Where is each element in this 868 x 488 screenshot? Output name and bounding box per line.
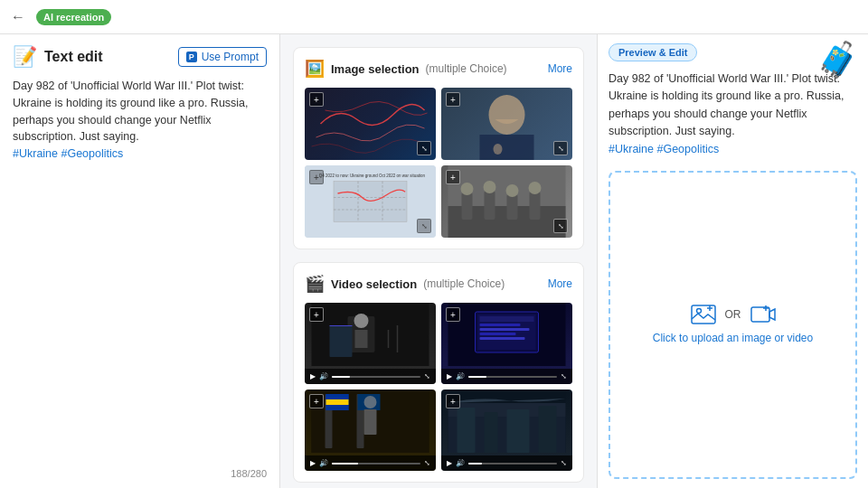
image-4-expand[interactable]: ⤡: [553, 219, 568, 233]
image-1-add[interactable]: +: [309, 92, 324, 107]
video-section-header: 🎬 Video selection (multiple Choice) More: [305, 274, 572, 294]
video-1-play[interactable]: ▶: [310, 372, 316, 380]
video-4-add[interactable]: +: [446, 394, 460, 408]
image-selection-section: 🖼️ Image selection (multiple Choice) Mor…: [293, 47, 584, 249]
svg-rect-11: [530, 192, 541, 220]
video-4-play[interactable]: ▶: [447, 459, 452, 467]
svg-rect-25: [480, 316, 534, 322]
image-1-expand[interactable]: ⤡: [417, 141, 431, 155]
svg-rect-45: [485, 412, 498, 453]
video-1-controls: ▶ 🔊 ⤡: [305, 369, 436, 384]
video-3-expand[interactable]: ⤡: [424, 459, 430, 467]
video-more-button[interactable]: More: [548, 277, 572, 290]
svg-point-18: [354, 314, 369, 328]
image-more-button[interactable]: More: [548, 62, 572, 75]
use-prompt-button[interactable]: P Use Prompt: [178, 47, 267, 67]
video-2-volume[interactable]: 🔊: [456, 372, 465, 380]
video-2-expand[interactable]: ⤡: [561, 372, 567, 380]
svg-rect-27: [480, 328, 530, 331]
use-prompt-label: Use Prompt: [202, 51, 259, 63]
video-grid: + ▶ 🔊 ⤡: [305, 303, 572, 471]
video-thumb-4[interactable]: + ▶ 🔊 ⤡: [441, 389, 572, 471]
right-panel: Preview & Edit 🧳 Day 982 of 'Unofficial …: [597, 34, 868, 488]
text-edit-icon: 📝: [13, 45, 37, 69]
svg-point-0: [489, 95, 525, 135]
video-selection-section: 🎬 Video selection (multiple Choice) More: [293, 262, 584, 483]
image-section-subtitle: (multiple Choice): [426, 62, 507, 75]
image-thumb-3[interactable]: Q4 2022 to now: Ukraine ground Oct 2022 …: [305, 165, 436, 238]
image-2-expand[interactable]: ⤡: [553, 141, 568, 155]
video-section-icon: 🎬: [305, 274, 325, 294]
svg-rect-29: [480, 337, 525, 340]
image-3-expand[interactable]: ⤡: [417, 219, 431, 233]
ai-badge: AI recreation: [36, 9, 111, 25]
svg-point-2: [494, 144, 503, 155]
image-2-add[interactable]: +: [446, 92, 460, 107]
image-thumb-2[interactable]: + ⤡: [441, 88, 572, 160]
preview-hashtags: #Ukraine #Geopolitics: [609, 143, 719, 155]
luggage-icon: 🧳: [816, 40, 859, 80]
svg-rect-34: [326, 394, 349, 399]
upload-video-icon: [750, 305, 776, 324]
svg-point-12: [461, 183, 474, 195]
svg-point-14: [506, 184, 519, 197]
video-4-progress[interactable]: [468, 463, 557, 465]
svg-rect-46: [507, 409, 530, 453]
panel-title: Text edit: [44, 49, 103, 65]
svg-point-39: [364, 396, 377, 408]
image-3-add[interactable]: +: [309, 170, 324, 184]
svg-point-13: [484, 181, 496, 193]
post-text-content[interactable]: Day 982 of 'Unofficial World War III.' P…: [13, 78, 267, 477]
video-2-progress[interactable]: [468, 376, 557, 378]
preview-badge: Preview & Edit: [609, 43, 697, 61]
video-thumb-2[interactable]: + ▶ 🔊 ⤡: [441, 303, 572, 384]
svg-rect-21: [330, 325, 353, 326]
prompt-icon: P: [186, 52, 197, 62]
video-1-progress[interactable]: [332, 376, 420, 378]
upload-image-icon: [691, 305, 716, 324]
svg-point-15: [529, 182, 542, 194]
panel-header: 📝 Text edit P Use Prompt: [13, 45, 267, 69]
video-1-expand[interactable]: ⤡: [424, 372, 430, 380]
image-4-add[interactable]: +: [446, 170, 460, 184]
video-thumb-3[interactable]: + ▶ 🔊 ⤡: [305, 389, 436, 471]
image-grid: + ⤡ + ⤡: [305, 88, 572, 238]
video-3-controls: ▶ 🔊 ⤡: [305, 455, 436, 471]
video-4-volume[interactable]: 🔊: [456, 459, 465, 467]
svg-rect-10: [507, 194, 518, 220]
upload-area[interactable]: OR Click to upload an image or video: [609, 171, 857, 479]
svg-text:Q4 2022 to now: Ukraine ground: Q4 2022 to now: Ukraine ground Oct 2022 …: [319, 174, 426, 178]
svg-rect-35: [326, 399, 349, 405]
video-thumb-1[interactable]: + ▶ 🔊 ⤡: [305, 303, 436, 384]
svg-rect-26: [480, 324, 521, 326]
video-section-title: Video selection: [331, 277, 417, 291]
svg-rect-9: [485, 191, 495, 220]
svg-rect-28: [480, 333, 516, 335]
video-3-play[interactable]: ▶: [310, 459, 316, 467]
video-4-controls: ▶ 🔊 ⤡: [441, 455, 572, 471]
svg-rect-47: [539, 406, 557, 453]
video-4-expand[interactable]: ⤡: [561, 459, 567, 467]
svg-point-49: [696, 309, 701, 314]
hashtags: #Ukraine #Geopolitics: [13, 147, 123, 160]
video-2-play[interactable]: ▶: [447, 372, 452, 380]
image-thumb-4[interactable]: + ⤡: [441, 165, 572, 238]
video-3-volume[interactable]: 🔊: [319, 459, 328, 467]
video-2-add[interactable]: +: [446, 307, 460, 322]
video-3-progress[interactable]: [332, 463, 420, 465]
svg-rect-8: [462, 192, 473, 220]
svg-rect-52: [751, 307, 769, 322]
video-2-controls: ▶ 🔊 ⤡: [441, 369, 572, 384]
left-panel: 📝 Text edit P Use Prompt Day 982 of 'Uno…: [0, 34, 280, 488]
video-1-add[interactable]: +: [309, 307, 324, 322]
back-button[interactable]: ←: [11, 9, 25, 25]
video-3-add[interactable]: +: [309, 394, 324, 408]
image-thumb-1[interactable]: + ⤡: [305, 88, 436, 160]
image-section-header: 🖼️ Image selection (multiple Choice) Mor…: [305, 59, 572, 79]
upload-or-text: OR: [725, 308, 741, 321]
image-section-icon: 🖼️: [305, 59, 325, 79]
video-1-volume[interactable]: 🔊: [319, 372, 328, 380]
svg-rect-40: [364, 409, 377, 435]
main-content: 📝 Text edit P Use Prompt Day 982 of 'Uno…: [0, 34, 868, 488]
upload-icons: OR: [691, 305, 776, 324]
